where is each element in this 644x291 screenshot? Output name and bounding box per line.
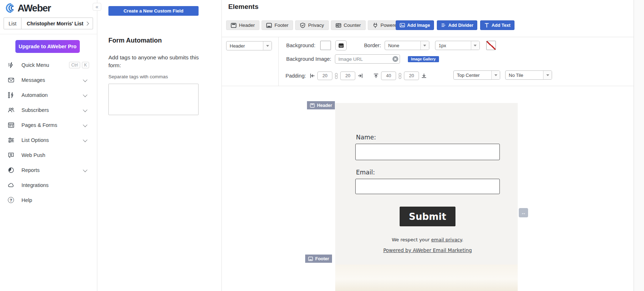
aweber-logo[interactable]: AWeber (5, 2, 51, 14)
form-resize-handle[interactable]: ↔ (519, 208, 528, 217)
background-border-row: Background: Border: None 1px (286, 40, 496, 50)
help-icon: ? (8, 197, 14, 203)
image-position-value: Top Center (454, 71, 491, 79)
image-url-input[interactable] (335, 54, 400, 64)
sidebar: AWeber List Christopher Morris' List Upg… (0, 0, 97, 291)
header-icon (310, 103, 315, 108)
aweber-logo-icon (5, 2, 17, 14)
footer-section-badge[interactable]: Footer (305, 255, 332, 263)
link-icon (334, 73, 339, 79)
image-tile-select[interactable]: No Tile (505, 70, 552, 80)
background-image-label: Background Image: (286, 56, 331, 62)
image-position-select[interactable]: Top Center (453, 70, 500, 80)
settings-divider-top (222, 37, 634, 37)
background-label: Background: (286, 43, 315, 48)
sidebar-item-label: Quick Menu (21, 62, 69, 68)
chevron-down-icon (83, 167, 88, 172)
email-field[interactable] (355, 179, 500, 194)
button-label: Privacy (308, 23, 324, 28)
clear-icon[interactable] (392, 56, 398, 62)
chevron-down-icon (491, 71, 500, 79)
sidebar-item-help[interactable]: ? Help (0, 193, 97, 208)
padding-left-icon (309, 73, 315, 79)
border-width-select[interactable]: 1px (435, 41, 480, 50)
footer-icon (266, 23, 272, 28)
sidebar-item-pages-forms[interactable]: Pages & Forms (0, 118, 97, 133)
create-custom-field-button[interactable]: Create a New Custom Field (108, 6, 199, 16)
padding-right-input[interactable] (340, 71, 355, 80)
pages-forms-icon (8, 122, 14, 128)
padding-left-input[interactable] (317, 71, 332, 80)
powered-by-icon (372, 23, 378, 28)
chevron-down-icon (83, 137, 88, 142)
name-field[interactable] (355, 144, 500, 160)
sidebar-item-reports[interactable]: Reports (0, 163, 97, 178)
padding-bottom-icon (421, 73, 427, 79)
badge-label: Footer (315, 256, 329, 261)
privacy-note: We respect your email privacy. (355, 237, 500, 242)
counter-element-button[interactable]: Counter (331, 20, 366, 30)
sidebar-item-integrations[interactable]: Integrations (0, 178, 97, 193)
add-divider-button[interactable]: Add Divider (437, 20, 477, 30)
sidebar-item-messages[interactable]: Messages (0, 73, 97, 88)
border-no-color-swatch[interactable] (486, 41, 496, 50)
footer-element-button[interactable]: Footer (262, 20, 293, 30)
settings-vertical-divider (278, 37, 279, 86)
sidebar-item-list-options[interactable]: List Options (0, 133, 97, 148)
sidebar-divider (0, 34, 97, 34)
sidebar-item-web-push[interactable]: Web Push (0, 148, 97, 163)
sidebar-item-label: Messages (21, 77, 83, 83)
padding-right-icon (357, 73, 363, 79)
form-automation-heading: Form Automation (108, 37, 162, 44)
add-text-button[interactable]: Add Text (480, 20, 514, 30)
aweber-logo-text: AWeber (18, 3, 51, 14)
background-color-swatch[interactable] (320, 41, 331, 50)
form-preview[interactable]: Header Name: Email: Submit We respect yo… (335, 103, 518, 291)
add-toolbar: Add Image Add Divider Add Text (396, 20, 514, 30)
button-label: Header (239, 23, 255, 28)
reports-icon (8, 167, 14, 173)
sidebar-nav: Quick Menu Ctrl K Messages Automation (0, 58, 97, 208)
form-automation-description: Add tags to anyone who submits this form… (108, 54, 199, 70)
submit-button[interactable]: Submit (400, 207, 455, 226)
add-image-button[interactable]: Add Image (396, 20, 434, 30)
chevron-down-icon (83, 122, 88, 127)
link-icon (397, 73, 402, 79)
sidebar-item-subscribers[interactable]: Subscribers (0, 103, 97, 118)
footer-icon (308, 256, 313, 261)
tags-hint: Separate tags with commas (108, 74, 168, 79)
sidebar-item-quick-menu[interactable]: Quick Menu Ctrl K (0, 58, 97, 73)
element-select[interactable]: Header (226, 41, 272, 50)
powered-by-note: Powered by AWeber Email Marketing (355, 247, 500, 253)
upgrade-pro-button[interactable]: Upgrade to AWeber Pro (15, 40, 80, 53)
chevron-down-icon (83, 77, 88, 82)
button-label: Footer (274, 23, 288, 28)
image-icon (400, 23, 405, 28)
image-url-wrap (335, 54, 400, 64)
chevron-down-icon (471, 41, 479, 50)
header-element-button[interactable]: Header (226, 20, 259, 30)
page-title: Elements (228, 3, 258, 11)
image-tile-value: No Tile (506, 71, 543, 79)
list-selector[interactable]: List Christopher Morris' List (4, 18, 93, 29)
padding-top-input[interactable] (381, 71, 396, 80)
sidebar-item-automation[interactable]: Automation (0, 88, 97, 103)
list-options-icon (8, 137, 14, 143)
privacy-element-button[interactable]: Privacy (295, 20, 328, 30)
chevron-down-icon (420, 41, 429, 50)
badge-label: Header (317, 103, 332, 108)
element-toolbar: Header Footer Privacy (226, 20, 411, 30)
powered-by-link[interactable]: Powered by AWeber Email Marketing (383, 247, 472, 253)
email-privacy-link[interactable]: email privacy (431, 237, 462, 242)
footer-section[interactable] (335, 265, 518, 291)
image-gallery-button[interactable]: Image Gallery (408, 56, 439, 62)
border-style-select[interactable]: None (385, 41, 429, 50)
element-select-value: Header (226, 41, 263, 50)
header-section-badge[interactable]: Header (307, 101, 335, 109)
tags-textarea[interactable] (108, 84, 199, 115)
color-picker-button[interactable] (335, 40, 347, 50)
chevron-down-icon (543, 71, 552, 79)
padding-label: Padding: (286, 73, 306, 79)
padding-bottom-input[interactable] (404, 71, 419, 80)
sidebar-collapse-button[interactable]: « (93, 3, 101, 11)
